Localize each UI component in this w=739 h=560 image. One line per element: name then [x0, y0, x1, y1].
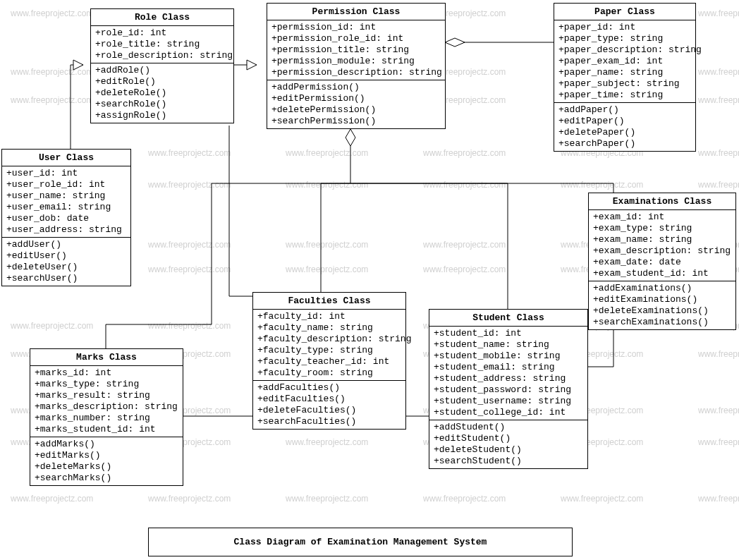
class-member: +paper_time: string [558, 90, 691, 101]
class-member: +deleteExaminations() [593, 305, 731, 317]
svg-marker-4 [445, 38, 465, 47]
class-member: +marks_number: string [35, 413, 178, 424]
class-member: +paper_type: string [558, 33, 691, 44]
class-member: +faculty_room: string [257, 367, 401, 379]
watermark-text: www.freeprojectz.com [148, 180, 231, 190]
watermark-text: www.freeprojectz.com [423, 494, 506, 504]
class-member: +paper_id: int [558, 22, 691, 33]
class-member: +addUser() [6, 239, 126, 250]
class-ops: +addExaminations()+editExaminations()+de… [589, 281, 735, 329]
watermark-text: www.freeprojectz.com [286, 264, 368, 274]
class-member: +editExaminations() [593, 294, 731, 305]
watermark-text: www.freeprojectz.com [698, 180, 739, 190]
svg-marker-5 [346, 129, 355, 146]
watermark-text: www.freeprojectz.com [561, 494, 643, 504]
class-member: +exam_student_id: int [593, 268, 731, 279]
class-member: +deleteRole() [95, 87, 229, 99]
watermark-text: www.freeprojectz.com [286, 437, 368, 447]
watermark-text: www.freeprojectz.com [286, 180, 368, 190]
class-member: +permission_title: string [271, 44, 441, 56]
class-member: +exam_date: date [593, 257, 731, 268]
class-member: +deleteFaculties() [257, 405, 401, 416]
class-member: +deletePermission() [271, 104, 441, 116]
class-attrs: +user_id: int+user_role_id: int+user_nam… [2, 166, 130, 238]
class-member: +addFaculties() [257, 382, 401, 394]
watermark-text: www.freeprojectz.com [148, 494, 231, 504]
class-member: +editFaculties() [257, 394, 401, 405]
class-member: +marks_type: string [35, 379, 178, 390]
class-attrs: +paper_id: int+paper_type: string+paper_… [554, 20, 695, 103]
class-member: +faculty_teacher_id: int [257, 356, 401, 367]
watermark-text: www.freeprojectz.com [148, 148, 231, 158]
watermark-text: www.freeprojectz.com [148, 321, 231, 331]
diagram-caption: Class Diagram of Examination Management … [148, 528, 573, 556]
class-member: +marks_student_id: int [35, 424, 178, 435]
uml-class-student: Student Class +student_id: int+student_n… [429, 309, 588, 469]
class-member: +student_mobile: string [434, 351, 583, 362]
svg-marker-1 [247, 60, 257, 70]
class-member: +editUser() [6, 250, 126, 262]
class-member: +searchRole() [95, 99, 229, 110]
class-member: +editPermission() [271, 93, 441, 104]
class-member: +assignRole() [95, 110, 229, 121]
class-member: +user_name: string [6, 190, 126, 202]
class-member: +faculty_description: string [257, 334, 401, 345]
class-member: +marks_result: string [35, 390, 178, 401]
watermark-text: www.freeprojectz.com [423, 240, 506, 250]
class-member: +user_address: string [6, 224, 126, 236]
class-member: +faculty_name: string [257, 322, 401, 334]
class-member: +user_role_id: int [6, 179, 126, 190]
class-member: +permission_description: string [271, 67, 441, 78]
watermark-text: www.freeprojectz.com [698, 494, 739, 504]
watermark-text: www.freeprojectz.com [11, 95, 93, 105]
class-member: +searchExaminations() [593, 317, 731, 328]
class-member: +user_email: string [6, 202, 126, 213]
class-member: +permission_module: string [271, 56, 441, 67]
watermark-text: www.freeprojectz.com [698, 437, 739, 447]
class-member: +editPaper() [558, 116, 691, 127]
uml-class-faculties: Faculties Class +faculty_id: int+faculty… [252, 292, 406, 430]
class-member: +searchStudent() [434, 456, 583, 467]
class-title: Student Class [429, 310, 587, 327]
watermark-text: www.freeprojectz.com [423, 180, 506, 190]
uml-class-permission: Permission Class +permission_id: int+per… [267, 3, 446, 129]
class-member: +student_username: string [434, 396, 583, 407]
class-member: +role_title: string [95, 39, 229, 50]
class-member: +student_password: string [434, 384, 583, 396]
uml-class-marks: Marks Class +marks_id: int+marks_type: s… [30, 348, 183, 486]
class-ops: +addUser()+editUser()+deleteUser()+searc… [2, 238, 130, 286]
watermark-text: www.freeprojectz.com [11, 321, 93, 331]
class-member: +exam_id: int [593, 212, 731, 223]
class-member: +editMarks() [35, 450, 178, 461]
class-member: +addPermission() [271, 82, 441, 93]
class-attrs: +marks_id: int+marks_type: string+marks_… [30, 366, 183, 437]
class-member: +addRole() [95, 65, 229, 76]
watermark-text: www.freeprojectz.com [286, 494, 368, 504]
class-member: +student_email: string [434, 362, 583, 373]
class-member: +addExaminations() [593, 283, 731, 294]
uml-class-user: User Class +user_id: int+user_role_id: i… [1, 149, 131, 286]
class-attrs: +exam_id: int+exam_type: string+exam_nam… [589, 210, 735, 281]
class-ops: +addRole()+editRole()+deleteRole()+searc… [91, 63, 233, 123]
class-ops: +addPermission()+editPermission()+delete… [267, 80, 445, 128]
class-member: +role_description: string [95, 50, 229, 61]
svg-marker-2 [73, 60, 83, 70]
watermark-text: www.freeprojectz.com [698, 406, 739, 415]
class-member: +deleteMarks() [35, 461, 178, 473]
uml-class-paper: Paper Class +paper_id: int+paper_type: s… [554, 3, 696, 152]
class-member: +faculty_id: int [257, 311, 401, 322]
class-member: +exam_type: string [593, 223, 731, 234]
class-member: +deleteUser() [6, 262, 126, 273]
class-member: +user_id: int [6, 168, 126, 179]
watermark-text: www.freeprojectz.com [698, 349, 739, 359]
watermark-text: www.freeprojectz.com [148, 264, 231, 274]
class-attrs: +student_id: int+student_name: string+st… [429, 327, 587, 420]
class-title: Role Class [91, 9, 233, 26]
class-member: +paper_name: string [558, 67, 691, 78]
watermark-text: www.freeprojectz.com [698, 67, 739, 77]
class-member: +marks_description: string [35, 401, 178, 413]
class-member: +marks_id: int [35, 367, 178, 379]
class-member: +editStudent() [434, 433, 583, 444]
class-member: +addPaper() [558, 104, 691, 116]
class-member: +searchUser() [6, 273, 126, 284]
